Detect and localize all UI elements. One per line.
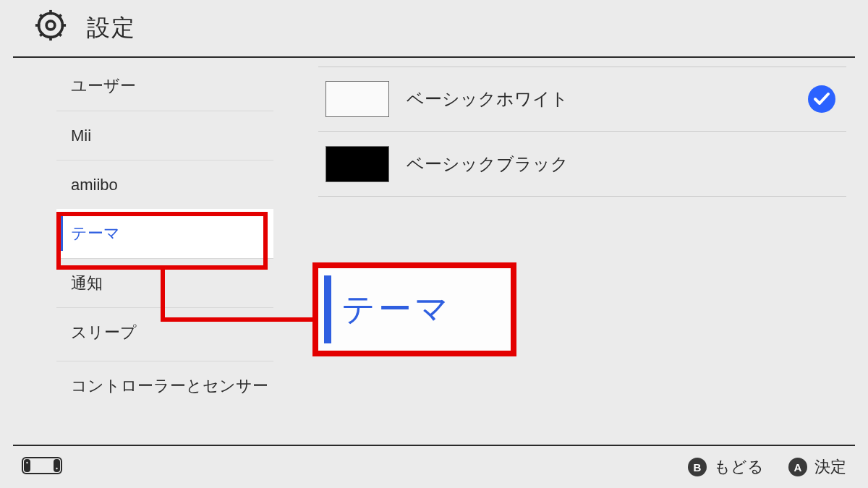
theme-option-label: ベーシックホワイト [407, 87, 808, 111]
svg-rect-13 [54, 459, 60, 472]
gear-icon [35, 9, 67, 47]
a-button-icon: A [788, 458, 807, 476]
sidebar-item-label: amiibo [71, 176, 118, 194]
sidebar-item-notifications[interactable]: 通知 [56, 258, 273, 307]
footer-hint-back[interactable]: B もどる [688, 456, 764, 478]
annotation-callout: テーマ [312, 262, 516, 356]
sidebar-item-label: コントローラーとセンサー [71, 375, 268, 397]
theme-swatch-black [326, 146, 389, 182]
header: 設定 [0, 0, 868, 56]
footer-hint-label: もどる [714, 456, 764, 478]
sidebar-item-sleep[interactable]: スリープ [56, 307, 273, 356]
theme-options-panel: ベーシックホワイト ベーシックブラック [318, 67, 846, 197]
theme-option-label: ベーシックブラック [407, 153, 835, 176]
sidebar-item-theme[interactable]: テーマ [56, 209, 273, 258]
sidebar-item-label: スリープ [71, 322, 137, 343]
theme-option-black[interactable]: ベーシックブラック [318, 132, 846, 197]
sidebar-item-label: Mii [71, 127, 91, 145]
sidebar-item-amiibo[interactable]: amiibo [56, 160, 273, 209]
svg-point-14 [26, 462, 27, 463]
theme-swatch-white [326, 81, 389, 117]
annotation-callout-label: テーマ [341, 287, 451, 332]
svg-point-15 [56, 468, 57, 469]
sidebar-item-label: 通知 [71, 273, 103, 294]
b-button-icon: B [688, 458, 707, 476]
sidebar-item-controllers[interactable]: コントローラーとセンサー [56, 361, 273, 410]
console-icon [22, 455, 62, 479]
page-title: 設定 [87, 12, 136, 44]
footer-hint-label: 決定 [814, 456, 846, 478]
sidebar-item-label: ユーザー [71, 75, 136, 97]
sidebar-item-user[interactable]: ユーザー [56, 61, 273, 111]
selected-check-icon [808, 85, 835, 113]
header-divider [13, 56, 855, 58]
theme-option-white[interactable]: ベーシックホワイト [318, 67, 846, 132]
svg-point-1 [46, 21, 55, 30]
footer: B もどる A 決定 [0, 446, 868, 488]
footer-hint-ok[interactable]: A 決定 [788, 456, 846, 478]
svg-rect-12 [24, 459, 30, 472]
sidebar-item-label: テーマ [71, 223, 120, 244]
settings-sidebar: ユーザー Mii amiibo テーマ 通知 スリープ コントローラーとセンサー [56, 61, 273, 410]
sidebar-item-mii[interactable]: Mii [56, 111, 273, 160]
